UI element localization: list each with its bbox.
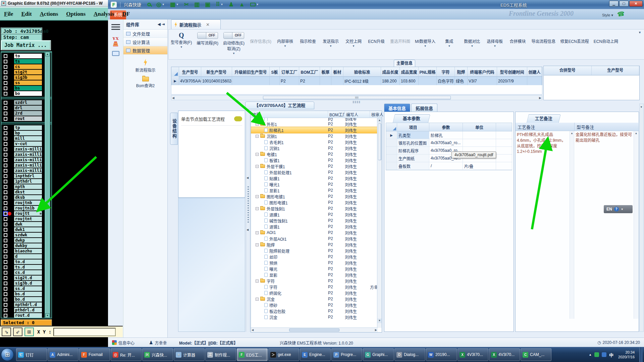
taskbar-item[interactable]: 兴 兴森快... [142, 348, 173, 361]
col-flow[interactable]: 流程 [251, 111, 328, 118]
model-remark-text[interactable]: 金属化阶梯孔靠近板边，接受可能出现的破孔 [574, 131, 634, 319]
menu-item[interactable]: File [4, 11, 13, 17]
flow-tree-row[interactable]: 字符 P2 刘伟生 方幸幸 已审核 [251, 284, 382, 290]
layer-name[interactable]: ts.d [14, 265, 42, 269]
layer-name[interactable]: 1npthdrl [14, 174, 42, 178]
process-remark-text[interactable]: PTH阶梯孔大孔成品4.6mm，小孔成品2.9mm，从底层铣，控深铣深度1.2+… [516, 131, 570, 319]
ribbon-button[interactable]: 内部审核 ▼ [275, 31, 295, 48]
ribbon-button[interactable]: 重选开料图 [389, 31, 411, 48]
layer-name[interactable]: drl [14, 106, 42, 110]
column-header[interactable]: 新生产型号 [201, 67, 232, 77]
sidebar-tool-bom-query[interactable]: Bom查询2 [123, 77, 167, 88]
param-row[interactable]: 锥形孔的位置图 4v3i705aa0_ro... [386, 139, 512, 147]
tab-process-remarks[interactable]: 工艺备注 [527, 114, 561, 123]
layer-row[interactable]: dksb [1, 195, 51, 200]
panel-collapse-icon[interactable]: ▼ [640, 106, 643, 109]
layer-row[interactable]: sig3b [1, 75, 51, 80]
column-header[interactable]: 板材 [331, 67, 343, 77]
sidebar-item[interactable]: 文件处理 [123, 29, 167, 38]
layer-row[interactable]: dkst [1, 189, 51, 195]
layer-row[interactable]: szdrl [1, 100, 51, 105]
layer-checkbox[interactable] [4, 265, 7, 269]
tab-new-flow-instruction[interactable]: 新流程指示 ✕ [171, 19, 221, 29]
layer-checkbox[interactable] [4, 147, 7, 151]
layer-name[interactable]: bp [14, 131, 42, 135]
layer-checkbox[interactable] [4, 169, 7, 173]
flow-tree-row[interactable]: 外层AOI1 P2 刘伟生 已编写 [251, 236, 382, 242]
table-cell[interactable] [331, 77, 343, 85]
tree-expander-icon[interactable]: − [256, 153, 259, 156]
layer-name[interactable]: dwkby [14, 243, 42, 248]
layer-row[interactable]: zaxis-milli [1, 146, 51, 152]
ribbon-button[interactable]: 指示检查 [298, 31, 318, 48]
language-bar[interactable]: EN ? ▼ [604, 205, 633, 213]
column-header[interactable]: BOM工厂 [299, 67, 320, 77]
flow-tree-row[interactable]: 图形电镀1 P2 刘伟生 已编写 [251, 199, 382, 205]
layer-row[interactable]: cs [1, 64, 51, 69]
layer-row[interactable]: 2rd [1, 111, 51, 116]
flow-tree-row[interactable]: 外层前处理1 P2 刘伟生 已编写 [251, 169, 382, 175]
scroll-up-icon[interactable]: ▲ [45, 52, 50, 56]
layer-name[interactable]: roujtnb [14, 200, 42, 205]
layer-row[interactable]: npthdrl.d [1, 302, 51, 307]
taskbar-clock[interactable]: 20:34 2020/7/16 [616, 350, 637, 360]
layer-checkbox[interactable] [4, 106, 7, 110]
tree-expander-icon[interactable]: − [256, 165, 259, 168]
layer-row[interactable]: dwkby [1, 243, 51, 248]
flow-tree-row[interactable]: − 图形电镀1 P2 刘伟生 已编写 [251, 193, 382, 199]
layer-checkbox[interactable] [4, 137, 7, 140]
layer-row[interactable]: 1npthdrl [1, 173, 51, 179]
yx-lighthouse-icon[interactable]: YX [108, 36, 123, 46]
layer-row[interactable]: roujtnb [1, 200, 51, 205]
scroll-right-icon[interactable]: ▶ [539, 96, 541, 100]
layer-row[interactable]: zaxis-milli [1, 168, 51, 173]
menu-item[interactable]: Actions [40, 11, 58, 17]
layer-name[interactable]: to.d [14, 259, 42, 264]
layer-checkbox[interactable] [4, 158, 7, 162]
sidebar-item[interactable]: 设计算法 [123, 38, 167, 46]
model-query-button[interactable]: Q 型号查询(F) ▼ [171, 31, 192, 49]
layer-checkbox[interactable] [4, 282, 7, 285]
scroll-up-icon[interactable]: ▲ [377, 118, 382, 123]
layer-checkbox[interactable] [4, 101, 7, 105]
ribbon-button[interactable]: MI数据导入 ▼ [414, 31, 436, 48]
flow-tree-vscrollbar[interactable]: ▲ ▼ [377, 118, 382, 328]
flow-tree-row[interactable]: 沉金 P2 刘伟生 已编写 [251, 314, 382, 320]
collapse-left-icon[interactable]: ◀ [247, 176, 249, 179]
flow-tree-row[interactable]: − 沉铜1 P2 刘伟生 已编写 [251, 133, 382, 139]
param-row[interactable]: 叠板数 / 片/叠 [386, 162, 512, 170]
col-process-remark[interactable]: 工艺备注 [516, 123, 575, 131]
ribbon-button[interactable]: 集成 ▼ [439, 31, 459, 48]
layer-row[interactable]: ss [1, 80, 51, 85]
layer-name[interactable]: v-cut [14, 141, 42, 146]
table-cell[interactable]: 188.200 [381, 77, 400, 85]
layer-row[interactable]: v-cut [1, 141, 51, 146]
scrollbar-thumb[interactable] [378, 123, 381, 160]
scrollbar-thumb[interactable]: ⦀⦀⦀ [263, 96, 451, 100]
table-cell[interactable] [320, 77, 331, 85]
flow-tree-hscrollbar[interactable]: ◀ ▶ [251, 327, 378, 332]
layer-checkbox[interactable] [4, 292, 7, 296]
layer-row[interactable]: to.d [1, 259, 51, 264]
measure-tool-button[interactable]: ⇙ [13, 327, 22, 336]
taskbar-item[interactable]: X 4V3I70... [458, 348, 488, 361]
ribbon-button[interactable]: 选择母板 ▼ [485, 31, 504, 48]
taskbar-item[interactable]: C CAM_... [521, 348, 551, 361]
toolbar-icon[interactable] [147, 3, 151, 6]
layer-name[interactable]: pthdrl.d [14, 308, 42, 312]
ribbon-button[interactable]: 发送指示 ▼ [321, 31, 340, 48]
layer-checkbox[interactable] [4, 153, 7, 157]
layer-name[interactable]: dkst [14, 190, 42, 194]
main-table-data-row[interactable]: ▶ 4V3I705AA010010400156024P2P2IPC-6012 Ⅱ… [171, 77, 542, 85]
table-cell[interactable] [270, 77, 280, 85]
layer-name[interactable]: cs [14, 64, 42, 69]
layer-name[interactable]: roujtnt [14, 217, 42, 221]
layer-name[interactable]: zaxis-milli [14, 147, 42, 152]
column-header[interactable]: 字符 [437, 67, 455, 77]
layer-checkbox[interactable] [4, 260, 7, 264]
input-language-indicator[interactable]: 中 [609, 352, 613, 358]
layer-checkbox[interactable] [4, 255, 7, 258]
taskbar-item[interactable]: F Foxmail [79, 348, 110, 361]
layer-row[interactable]: drl [1, 105, 51, 111]
tray-expand-icon[interactable]: ▲ [589, 353, 592, 356]
